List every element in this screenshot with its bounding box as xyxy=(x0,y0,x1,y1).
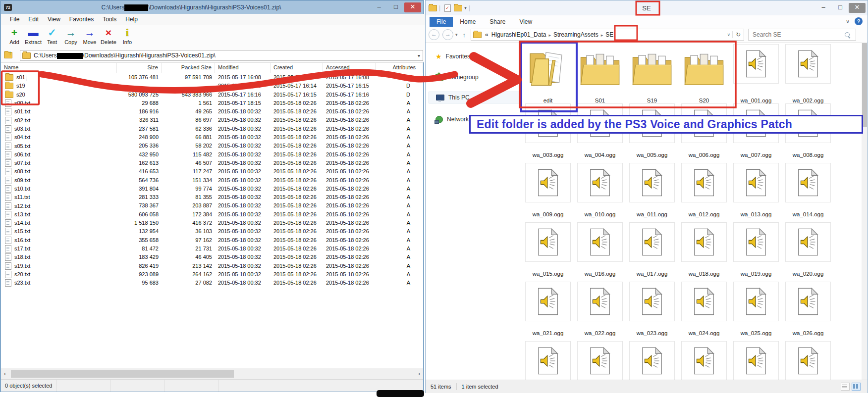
file-item[interactable]: wa_024.ogg xyxy=(681,282,727,321)
table-row[interactable]: s14.txt1 518 150416 3722015-05-18 00:322… xyxy=(1,219,423,227)
file-item[interactable]: wa_012.ogg xyxy=(681,163,727,202)
file-item[interactable]: wa_023.ogg xyxy=(629,282,675,321)
file-item[interactable]: wa_011.ogg xyxy=(629,163,675,202)
table-row[interactable]: s02.txt326 31186 6972015-05-18 00:322015… xyxy=(1,116,423,124)
column-header-modified[interactable]: Modified xyxy=(215,63,271,73)
back-button[interactable]: ← xyxy=(429,29,439,40)
file-item[interactable]: wa_013.ogg xyxy=(733,163,779,202)
menu-item-edit[interactable]: Edit xyxy=(24,15,43,24)
scrollbar-thumb[interactable] xyxy=(11,370,234,378)
toolbar-button-info[interactable]: iInfo xyxy=(118,26,137,45)
scroll-right-icon[interactable]: › xyxy=(415,370,423,377)
table-row[interactable]: s04.txt248 90066 8812015-05-18 00:322015… xyxy=(1,133,423,142)
toolbar-button-move[interactable]: →Move xyxy=(80,26,99,45)
breadcrumb-se[interactable]: SE xyxy=(604,31,615,38)
tab-share[interactable]: Share xyxy=(483,17,512,27)
table-row[interactable]: s15.txt132 95436 1032015-05-18 00:322015… xyxy=(1,227,423,236)
column-header-name[interactable]: Name xyxy=(1,63,117,73)
table-row[interactable]: s192015-05-17 16:152015-05-17 16:142015-… xyxy=(1,82,423,90)
folder-item-S20[interactable]: S20 xyxy=(681,44,727,94)
table-row[interactable]: s01105 376 48197 591 7092015-05-17 16:08… xyxy=(1,73,423,82)
file-item[interactable]: wa_014.ogg xyxy=(785,163,831,202)
sidebar-item-this-pc[interactable]: This PC xyxy=(429,92,521,103)
toolbar-button-copy[interactable]: →Copy xyxy=(61,26,80,45)
column-header-packed-size[interactable]: Packed Size xyxy=(162,63,215,73)
folder-item-edit[interactable]: edit xyxy=(525,44,571,94)
refresh-icon[interactable]: ↻ xyxy=(732,31,744,38)
table-row[interactable]: s19.txt826 419213 1422015-05-18 00:32201… xyxy=(1,262,423,270)
file-item[interactable] xyxy=(525,341,571,381)
table-row[interactable]: s18.txt183 42946 4052015-05-18 00:322015… xyxy=(1,253,423,261)
column-header-size[interactable]: Size xyxy=(117,63,162,73)
table-row[interactable]: s06.txt432 950115 4822015-05-18 00:32201… xyxy=(1,150,423,159)
crumb-overflow-icon[interactable]: « xyxy=(484,31,490,38)
details-view-icon[interactable] xyxy=(841,383,850,391)
table-row[interactable]: s00.txt29 6881 5612015-05-17 18:152015-0… xyxy=(1,99,423,107)
file-item[interactable]: wa_015.ogg xyxy=(525,222,571,262)
column-header-created[interactable]: Created xyxy=(271,63,323,73)
folder-item-S01[interactable]: S01 xyxy=(577,44,623,94)
table-row[interactable]: s09.txt564 736151 3342015-05-18 00:32201… xyxy=(1,176,423,185)
scroll-left-icon[interactable]: ‹ xyxy=(1,370,9,377)
minimize-button[interactable]: – xyxy=(371,2,387,12)
file-item[interactable]: wa_017.ogg xyxy=(629,222,675,262)
search-icon[interactable] xyxy=(845,32,850,37)
tab-file[interactable]: File xyxy=(430,17,453,27)
table-row[interactable]: s10.txt391 80499 7742015-05-18 00:322015… xyxy=(1,185,423,193)
sevenzip-address-combo[interactable]: C:\Users\Downloads\Higurashi\HigurashiPS… xyxy=(20,50,423,61)
menu-item-file[interactable]: File xyxy=(6,15,23,24)
table-row[interactable]: s01.txt186 91649 2652015-05-18 00:322015… xyxy=(1,107,423,116)
help-icon[interactable]: ? xyxy=(855,17,863,25)
menu-item-help[interactable]: Help xyxy=(121,15,142,24)
search-input[interactable] xyxy=(749,31,845,39)
menu-item-tools[interactable]: Tools xyxy=(99,15,120,24)
thumbnail-view-icon[interactable] xyxy=(852,383,861,391)
table-row[interactable]: s12.txt738 367203 8872015-05-18 00:32201… xyxy=(1,201,423,210)
column-header-accessed[interactable]: Accessed xyxy=(323,63,376,73)
search-box[interactable] xyxy=(748,29,856,41)
table-row[interactable]: s20580 093 725543 383 9662015-05-17 16:1… xyxy=(1,91,423,99)
file-item[interactable] xyxy=(577,341,623,381)
ribbon-collapse-icon[interactable]: ∨ xyxy=(846,18,850,25)
toolbar-button-delete[interactable]: ×Delete xyxy=(99,26,118,45)
file-item[interactable] xyxy=(629,341,675,381)
sidebar-item-homegroup[interactable]: Homegroup xyxy=(429,71,521,83)
horizontal-scrollbar[interactable]: ‹ › xyxy=(1,368,423,379)
table-row[interactable]: s13.txt606 058172 3842015-05-18 00:32201… xyxy=(1,210,423,219)
table-row[interactable]: s05.txt205 33658 2022015-05-18 00:322015… xyxy=(1,142,423,150)
file-item[interactable] xyxy=(785,341,831,381)
up-button[interactable]: ↑ xyxy=(463,31,466,39)
file-item[interactable] xyxy=(681,341,727,381)
file-item[interactable]: wa_019.ogg xyxy=(733,222,779,262)
forward-button[interactable]: → xyxy=(442,29,453,40)
table-row[interactable]: s08.txt416 653117 2472015-05-18 00:32201… xyxy=(1,167,423,176)
menu-item-favorites[interactable]: Favorites xyxy=(65,15,98,24)
file-item[interactable]: wa_016.ogg xyxy=(577,222,623,262)
toolbar-button-test[interactable]: ✓Test xyxy=(43,26,61,45)
file-item[interactable]: wa_022.ogg xyxy=(577,282,623,321)
tab-view[interactable]: View xyxy=(512,17,539,27)
file-item[interactable]: wa_020.ogg xyxy=(785,222,831,262)
address-dropdown-icon[interactable]: ∨ xyxy=(727,32,730,37)
chevron-down-icon[interactable]: ▾ xyxy=(415,53,423,58)
table-row[interactable]: s07.txt162 61346 5072015-05-18 00:322015… xyxy=(1,159,423,167)
file-item[interactable]: wa_002.ogg xyxy=(785,44,831,84)
menu-item-view[interactable]: View xyxy=(44,15,64,24)
file-item[interactable]: wa_009.ogg xyxy=(525,163,571,202)
breadcrumb-higurashiep01_data[interactable]: HigurashiEp01_Data xyxy=(490,31,548,38)
file-item[interactable] xyxy=(733,341,779,381)
file-item[interactable]: wa_025.ogg xyxy=(733,282,779,321)
address-bar[interactable]: « HigurashiEp01_Data▸StreamingAssets▸SE … xyxy=(471,29,744,41)
table-row[interactable]: s03.txt237 58162 3362015-05-18 00:322015… xyxy=(1,125,423,133)
file-item[interactable]: wa_010.ogg xyxy=(577,163,623,202)
column-header-attributes[interactable]: Attributes xyxy=(376,63,423,73)
maximize-button[interactable]: □ xyxy=(387,2,404,12)
breadcrumb-streamingassets[interactable]: StreamingAssets xyxy=(552,31,600,38)
file-item[interactable]: wa_026.ogg xyxy=(785,282,831,321)
file-item[interactable]: wa_021.ogg xyxy=(525,282,571,321)
tab-home[interactable]: Home xyxy=(453,17,483,27)
table-row[interactable]: s20.txt923 089264 1622015-05-18 00:32201… xyxy=(1,270,423,279)
sevenzip-titlebar[interactable]: 7z C:\Users\Downloads\Higurashi\Higurash… xyxy=(1,1,423,14)
toolbar-button-extract[interactable]: ▬Extract xyxy=(24,26,43,45)
close-button[interactable]: ✕ xyxy=(404,2,421,12)
